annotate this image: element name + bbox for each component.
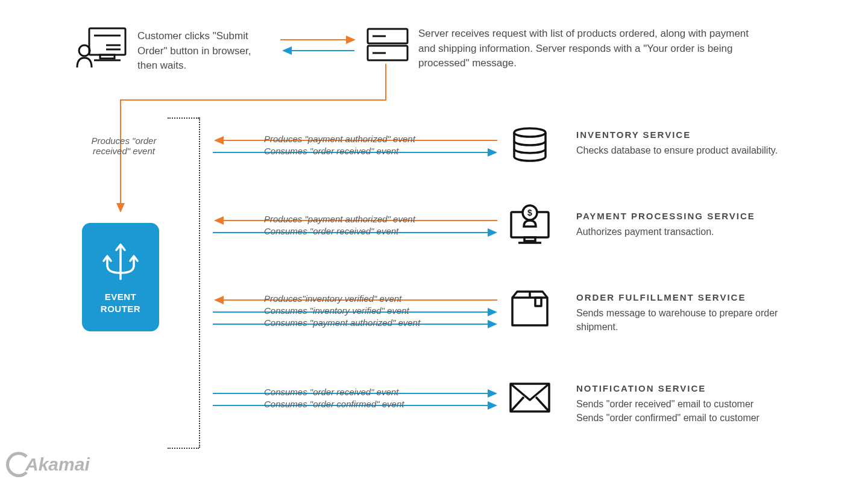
service-3-title: ORDER FULFILLMENT SERVICE bbox=[576, 292, 817, 302]
svg-rect-23 bbox=[524, 237, 535, 241]
svg-text:$: $ bbox=[527, 208, 532, 217]
service-1-arrow-2-label: Consumes "order received" event bbox=[264, 146, 398, 156]
service-2-title: PAYMENT PROCESSING SERVICE bbox=[576, 211, 817, 221]
svg-line-37 bbox=[536, 397, 549, 411]
event-router-box: EVENT ROUTER bbox=[82, 223, 159, 331]
brand-logo: Akamai bbox=[6, 452, 90, 477]
order-received-label: Produces "order received" event bbox=[89, 136, 159, 156]
service-3-arrow-3-label: Consumes "payment authorized" event bbox=[264, 318, 420, 328]
service-4-arrow-1-label: Consumes "order received" event bbox=[264, 387, 398, 397]
event-router-line2: ROUTER bbox=[101, 303, 140, 315]
dotted-top bbox=[168, 117, 199, 119]
service-3-block: ORDER FULFILLMENT SERVICE Sends message … bbox=[576, 292, 817, 334]
svg-line-36 bbox=[511, 397, 524, 411]
server-icon bbox=[365, 27, 410, 64]
service-4-arrow-2-label: Consumes "order confirmed" event bbox=[264, 399, 404, 409]
svg-point-19 bbox=[514, 128, 546, 137]
service-2-desc: Authorizes payment transaction. bbox=[576, 225, 817, 239]
box-icon bbox=[509, 289, 551, 329]
service-2-block: PAYMENT PROCESSING SERVICE Authorizes pa… bbox=[576, 211, 817, 239]
payment-icon: $ bbox=[508, 202, 552, 246]
service-3-arrow-2-label: Consumes "inventory verified" event bbox=[264, 305, 409, 316]
service-1-desc: Checks database to ensure product availa… bbox=[576, 143, 817, 157]
svg-rect-32 bbox=[535, 298, 541, 306]
service-3-desc: Sends message to warehouse to prepare or… bbox=[576, 306, 817, 334]
svg-rect-0 bbox=[89, 28, 125, 55]
customer-icon bbox=[76, 25, 129, 70]
service-1-title: INVENTORY SERVICE bbox=[576, 130, 817, 140]
service-4-title: NOTIFICATION SERVICE bbox=[576, 383, 829, 393]
database-icon bbox=[510, 127, 550, 164]
service-3-arrow-1-label: Produces"inventory verified" event bbox=[264, 293, 401, 304]
mail-icon bbox=[508, 381, 552, 414]
service-4-block: NOTIFICATION SERVICE Sends "order receiv… bbox=[576, 383, 829, 425]
svg-rect-4 bbox=[100, 55, 115, 58]
top-arrows bbox=[277, 35, 362, 57]
service-2-arrow-2-label: Consumes "order received" event bbox=[264, 226, 398, 236]
brand-text: Akamai bbox=[25, 454, 90, 475]
dotted-bottom bbox=[168, 448, 199, 449]
server-text: Server receives request with list of pro… bbox=[418, 27, 756, 71]
service-2-arrow-1-label: Produces "payment authorized" event bbox=[264, 214, 415, 224]
event-router-line1: EVENT bbox=[105, 291, 137, 303]
svg-point-6 bbox=[79, 45, 90, 56]
service-4-desc: Sends "order received" email to customer… bbox=[576, 397, 829, 425]
service-1-block: INVENTORY SERVICE Checks database to ens… bbox=[576, 130, 817, 157]
service-1-arrow-1-label: Produces "payment authorized" event bbox=[264, 134, 415, 144]
dotted-vertical bbox=[199, 117, 200, 448]
trident-icon bbox=[99, 239, 142, 283]
